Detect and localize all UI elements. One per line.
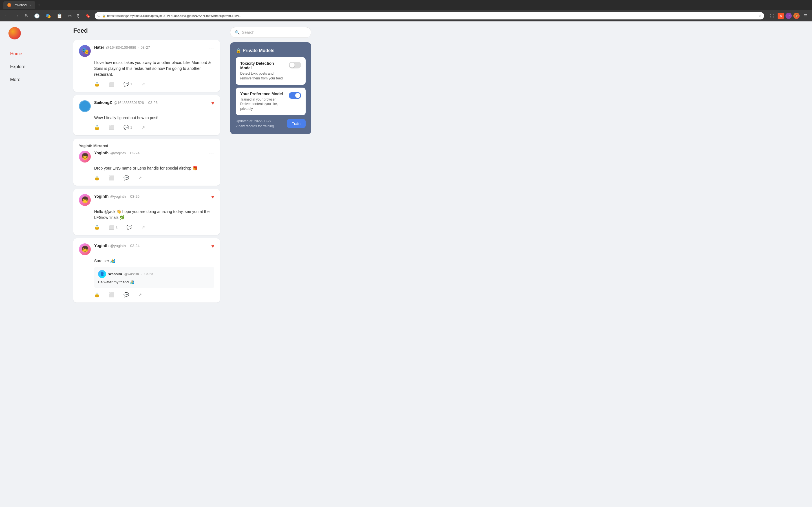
mirror-icon: ⬜ [109, 175, 114, 180]
forward-button[interactable]: → [13, 12, 21, 19]
preference-toggle[interactable] [289, 92, 301, 99]
brave-wallet-button[interactable]: P [785, 13, 792, 19]
post-more-button[interactable]: ··· [208, 151, 214, 157]
logo-container [6, 27, 62, 40]
expand-button[interactable]: ⛶ [768, 12, 776, 20]
nav-action-buttons: ⛶ B P 🦁 ☰ [768, 12, 809, 20]
model-footer-text: Updated at: 2022-03-27 2 new records for… [236, 119, 274, 129]
share-button[interactable]: ↗ [141, 125, 145, 130]
search-input[interactable] [242, 30, 306, 35]
extensions-button[interactable]: 🎭 [44, 12, 53, 20]
avatar: 👦 [79, 243, 91, 255]
lock-action-button[interactable]: 🔒 [94, 224, 100, 230]
post-content: Sure ser 🏄 👤 Wassim @wassim · 03-23 Be w… [79, 258, 214, 288]
share-button[interactable]: ↗ [141, 81, 145, 87]
post-content: Wow I finally figured out how to post! [79, 115, 214, 121]
sidebar-item-explore[interactable]: Explore [6, 61, 62, 72]
post-author-handle: @yoginth [110, 194, 126, 199]
brave-leo-button[interactable]: 🦁 [794, 13, 800, 19]
crypto-button[interactable]: ₿ [75, 12, 81, 19]
mirror-button[interactable]: ⬜ [109, 81, 114, 87]
right-sidebar: 🔍 🔒 Private Models Toxicity Detection Mo… [225, 21, 316, 507]
bookmark-star-icon[interactable]: ☆ [758, 14, 761, 18]
search-box[interactable]: 🔍 [230, 27, 311, 38]
lock-action-button[interactable]: 🔒 [94, 292, 100, 297]
lock-action-icon: 🔒 [94, 175, 100, 180]
mirror-count: 1 [116, 225, 117, 229]
avatar: 🎭 [79, 45, 91, 57]
comment-icon: 💬 [123, 175, 129, 180]
comment-button[interactable]: 💬 1 [123, 81, 132, 87]
share-button[interactable]: ↗ [138, 175, 142, 180]
post-author-name: Yoginth [94, 243, 109, 248]
bookmark-button[interactable]: 🔖 [84, 12, 93, 20]
brave-shield-button[interactable]: B [777, 13, 784, 19]
post-more-button[interactable]: ··· [208, 45, 214, 51]
back-button[interactable]: ← [3, 12, 11, 19]
post-card-with-reply: 👦 Yoginth @yoginth · 03-24 ♥ Sure ser 🏄 [73, 238, 220, 302]
toxicity-model-name: Toxicity Detection Model [240, 61, 285, 70]
lock-action-icon: 🔒 [94, 224, 100, 230]
post-header: ⦿ SaikongZ @1648335301526 · 03-26 ♥ [79, 100, 214, 112]
preference-model-name: Your Preference Model [240, 92, 285, 96]
post-card: 👦 Yoginth @yoginth · 03-25 ♥ Hello @jack… [73, 189, 220, 235]
sidebar-item-home[interactable]: Home [6, 48, 62, 59]
active-tab[interactable]: PrivateAI × [3, 1, 35, 9]
mirror-button[interactable]: ⬜ [109, 175, 114, 180]
post-date: · [128, 244, 129, 248]
post-header: 👦 Yoginth @yoginth · 03-25 ♥ [79, 194, 214, 206]
history-button[interactable]: 🕐 [33, 12, 42, 20]
lock-action-button[interactable]: 🔒 [94, 125, 100, 130]
sidebar: Home Explore More [0, 21, 68, 507]
post-date-value: 03-24 [130, 244, 140, 248]
mirror-button[interactable]: ⬜ 1 [109, 224, 117, 230]
post-card-mirrored: Yoginth Mirrored 👦 Yoginth @yoginth · 03… [73, 138, 220, 186]
mirrored-label: Yoginth Mirrored [79, 144, 214, 148]
comment-button[interactable]: 💬 [126, 224, 132, 230]
logo-orb [8, 27, 21, 40]
tab-close-button[interactable]: × [30, 3, 31, 7]
post-actions: 🔒 ⬜ 💬 1 ↗ [79, 125, 214, 130]
scissors-button[interactable]: ✂ [66, 12, 73, 20]
like-button-active[interactable]: ♥ [211, 100, 214, 106]
post-date-value: 03-26 [148, 101, 158, 105]
share-button[interactable]: ↗ [141, 224, 145, 230]
reply-header: 👤 Wassim @wassim · 03-23 [98, 270, 210, 278]
share-button[interactable]: ↗ [138, 292, 142, 297]
tab-favicon [7, 3, 11, 7]
avatar: 👦 [79, 194, 91, 206]
train-button[interactable]: Train [287, 119, 306, 128]
comment-button[interactable]: 💬 [123, 292, 129, 297]
like-button-active[interactable]: ♥ [211, 194, 214, 200]
main-feed: Feed 🎭 Hater @1648341004989 · 03-27 ··· … [68, 21, 225, 507]
post-date-value: 03-24 [130, 151, 140, 155]
reply-content: Be water my friend 🏄 [98, 280, 210, 285]
sidebar-item-home-label: Home [10, 51, 22, 56]
post-author-handle: @1648335301526 [114, 101, 144, 105]
reply-date-value: 03-23 [144, 272, 153, 277]
comment-icon: 💬 [123, 125, 129, 130]
mirror-button[interactable]: ⬜ [109, 292, 114, 297]
reload-button[interactable]: ↻ [23, 12, 30, 20]
reply-avatar: 👤 [98, 270, 106, 278]
comment-icon: 💬 [123, 81, 129, 87]
mirror-button[interactable]: ⬜ [109, 125, 114, 130]
lock-action-button[interactable]: 🔒 [94, 81, 100, 87]
sidebar-item-more[interactable]: More [6, 74, 62, 85]
mirror-icon: ⬜ [109, 125, 114, 130]
screenshot-button[interactable]: 📋 [55, 12, 64, 20]
post-author-line: Yoginth @yoginth · 03-24 [94, 243, 208, 248]
address-bar[interactable]: 🛡 🔒 https://saikongz.mypinata.cloud/ipfs… [95, 12, 764, 19]
avatar: 👦 [79, 151, 91, 163]
post-date: · [128, 151, 129, 155]
new-tab-button[interactable]: + [38, 2, 41, 8]
toxicity-toggle[interactable] [289, 62, 301, 68]
comment-button[interactable]: 💬 [123, 175, 129, 180]
post-author-line: Yoginth @yoginth · 03-24 [94, 151, 205, 155]
preference-model-desc: Trained in your browser. Deliver content… [240, 97, 285, 111]
comment-button[interactable]: 💬 1 [123, 125, 132, 130]
like-button-active[interactable]: ♥ [211, 243, 214, 249]
post-date: · [128, 194, 129, 199]
menu-button[interactable]: ☰ [801, 12, 809, 20]
lock-action-button[interactable]: 🔒 [94, 175, 100, 180]
